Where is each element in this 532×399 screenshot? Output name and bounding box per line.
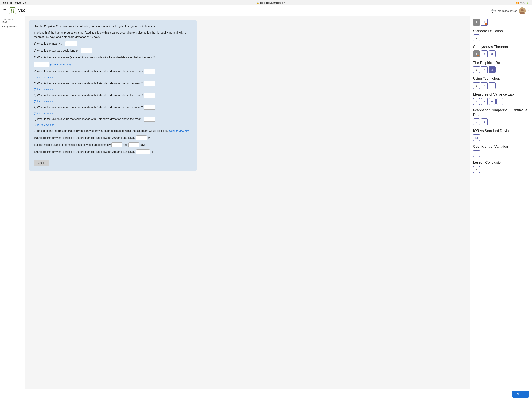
chat-icon[interactable]: 💬	[492, 9, 496, 13]
badge-emp-4[interactable]: 4	[488, 66, 496, 73]
badge-var-7[interactable]: 7	[496, 98, 503, 105]
battery: 65%	[520, 1, 525, 4]
section-lesson-conclusion: Lesson Conclusion i	[473, 160, 529, 173]
hint-line-7: (Click to view hint)	[34, 112, 192, 115]
question-3-input-row: (Click to view hint)	[34, 62, 192, 67]
points-label: Points out of 12.00	[1, 18, 24, 24]
badge-emp-i2[interactable]: i	[481, 66, 488, 73]
svg-rect-2	[11, 11, 12, 13]
hint-link-8[interactable]: (Click to view hint)	[34, 123, 54, 126]
user-chevron[interactable]: ▾	[528, 10, 529, 12]
answer-input-6[interactable]	[144, 93, 155, 98]
section-using-technology: Using Technology i i i	[473, 76, 529, 89]
badge-emp-i1[interactable]: i	[473, 66, 480, 73]
hint-link-7[interactable]: (Click to view hint)	[34, 112, 54, 115]
section-title-empirical: The Empirical Rule	[473, 61, 529, 65]
svg-point-5	[521, 9, 524, 12]
answer-input-11b[interactable]	[128, 142, 139, 148]
badge-tech-i1[interactable]: i	[473, 82, 480, 89]
question-11: 11) The middle 95% of pregnancies last b…	[34, 142, 192, 148]
app-title: VSC	[18, 9, 25, 13]
badge-conclusion-i[interactable]: i	[473, 166, 480, 173]
chapter-nav-top: i 1	[473, 19, 529, 26]
flag-icon: ⚑	[1, 26, 4, 28]
section-title-chebyshevs: Chebyshev's Theorem	[473, 45, 529, 49]
question-6: 6) What is the raw data value that corre…	[34, 93, 192, 98]
user-name: Madeline Taylor	[498, 9, 517, 13]
answer-input-11a[interactable]	[111, 142, 122, 148]
question-5: 5) What is the raw data value that corre…	[34, 81, 192, 86]
wifi-icon: 📶	[516, 1, 519, 4]
badge-sd-i[interactable]: i	[473, 34, 480, 41]
hint-line-5: (Click to view hint)	[34, 88, 192, 91]
question-10: 10) Approximately what percent of the pr…	[34, 135, 192, 141]
question-4: 4) What is the raw data value that corre…	[34, 69, 192, 74]
answer-input-12[interactable]	[136, 149, 150, 154]
hint-line-4: (Click to view hint)	[34, 76, 192, 79]
badge-1[interactable]: 1	[481, 19, 488, 26]
section-title-technology: Using Technology	[473, 76, 529, 81]
answer-input-1[interactable]	[65, 41, 77, 46]
badge-cheb-3[interactable]: 3	[488, 51, 496, 58]
badge-tech-i3[interactable]: i	[488, 82, 496, 89]
answer-input-2[interactable]	[81, 48, 93, 53]
svg-rect-1	[13, 9, 14, 11]
badge-graph-9[interactable]: 9	[481, 118, 488, 125]
badge-var-1[interactable]: 1	[473, 98, 480, 105]
badge-cheb-i[interactable]: i	[473, 51, 480, 58]
hint-link-3[interactable]: (Click to view hint)	[50, 62, 71, 67]
question-3: 3) What is the raw data value (x -value)…	[34, 55, 192, 60]
section-chebyshevs-theorem: Chebyshev's Theorem i 2 3	[473, 45, 529, 57]
time: 9:04 PM	[3, 1, 12, 4]
section-standard-deviation: Standard Deviation i	[473, 29, 529, 41]
hint-line-6: (Click to view hint)	[34, 100, 192, 103]
intro-text-2: The length of the human pregnancy is not…	[34, 30, 192, 39]
hint-link-4[interactable]: (Click to view hint)	[34, 76, 54, 79]
bottom-nav: Next ›	[0, 389, 532, 399]
avatar[interactable]	[519, 7, 526, 14]
answer-input-3[interactable]	[34, 62, 50, 67]
section-title-graphs: Graphs for Comparing Quantitative Data	[473, 108, 529, 117]
hint-link-5[interactable]: (Click to view hint)	[34, 88, 54, 91]
hint-link-9[interactable]: (Click to view hint)	[169, 129, 190, 133]
badge-coeff-11[interactable]: 11	[473, 150, 480, 157]
section-measures-variance: Measures of Variance Lab 1 5 6 7	[473, 92, 529, 105]
section-iqr-vs-sd: IQR vs Standard Deviation 10	[473, 129, 529, 141]
app-logo	[9, 7, 16, 14]
intro-text-1: Use the Empirical Rule to answer the fol…	[34, 24, 192, 28]
section-title-iqr: IQR vs Standard Deviation	[473, 129, 529, 133]
answer-input-4[interactable]	[144, 69, 155, 74]
content-area: Use the Empirical Rule to answer the fol…	[25, 16, 470, 389]
badge-var-5[interactable]: 5	[481, 98, 488, 105]
right-sidebar: i 1 Standard Deviation i Chebyshev's The…	[470, 16, 532, 389]
badge-var-6[interactable]: 6	[488, 98, 496, 105]
section-graphs-comparing: Graphs for Comparing Quantitative Data 8…	[473, 108, 529, 125]
menu-button[interactable]: ☰	[3, 9, 7, 13]
question-2: 2) What is the standard deviation? σ =	[34, 48, 192, 53]
answer-input-8[interactable]	[144, 116, 155, 122]
section-title-conclusion: Lesson Conclusion	[473, 160, 529, 165]
answer-input-7[interactable]	[144, 105, 155, 110]
question-1: 1) What is the mean? μ =	[34, 41, 192, 46]
next-button[interactable]: Next ›	[512, 391, 529, 398]
flag-question-button[interactable]: ⚑ Flag question	[1, 26, 24, 28]
question-12: 12) Approximately what percent of the pr…	[34, 149, 192, 154]
check-button[interactable]: Check	[34, 160, 49, 166]
app-header: ☰ VSC 💬 Madeline Taylor ▾	[0, 6, 532, 16]
svg-rect-0	[11, 9, 12, 11]
badge-iqr-10[interactable]: 10	[473, 134, 480, 141]
hint-link-6[interactable]: (Click to view hint)	[34, 100, 54, 103]
hint-line-8: (Click to view hint)	[34, 123, 192, 126]
badge-graph-8[interactable]: 8	[473, 118, 480, 125]
badge-i-gray[interactable]: i	[473, 19, 480, 26]
section-title-variance-lab: Measures of Variance Lab	[473, 92, 529, 97]
answer-input-5[interactable]	[144, 81, 155, 86]
battery-icon: 🔋	[526, 1, 529, 4]
badge-tech-i2[interactable]: i	[481, 82, 488, 89]
answer-input-10[interactable]	[136, 135, 147, 141]
svg-rect-3	[13, 11, 14, 13]
day: Thu Apr 23	[13, 1, 25, 4]
question-block: Use the Empirical Rule to answer the fol…	[29, 20, 197, 171]
status-bar: 9:04 PM Thu Apr 23 🔒 scde-genius.mrooms.…	[0, 0, 532, 6]
badge-cheb-2[interactable]: 2	[481, 51, 488, 58]
